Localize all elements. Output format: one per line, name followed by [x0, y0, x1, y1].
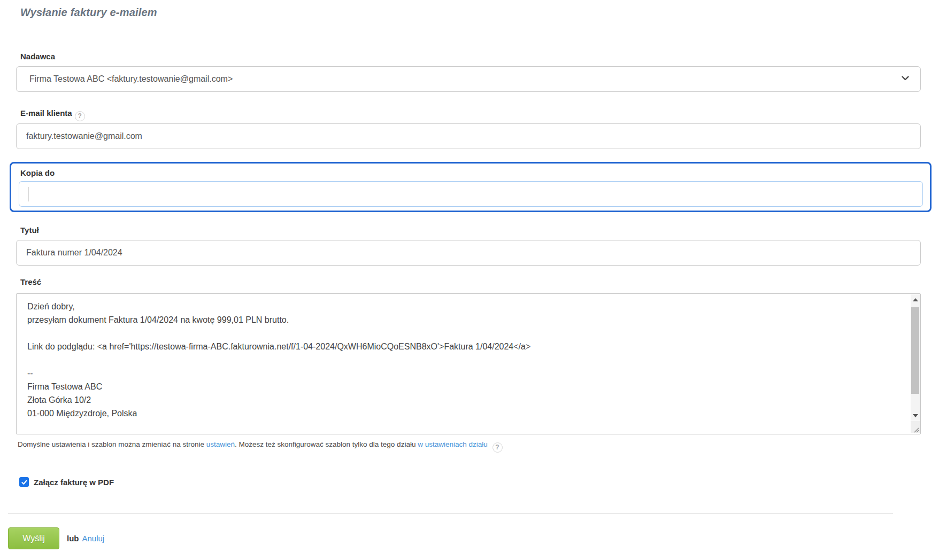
- cancel-link[interactable]: Anuluj: [82, 534, 105, 543]
- scroll-up-icon[interactable]: [911, 294, 920, 305]
- help-icon[interactable]: ?: [492, 442, 503, 453]
- sender-select[interactable]: Firma Testowa ABC <faktury.testowanie@gm…: [16, 66, 921, 92]
- resize-grip-icon[interactable]: [911, 421, 920, 433]
- checkmark-icon: [21, 479, 28, 486]
- sender-label: Nadawca: [20, 52, 55, 61]
- cc-field-group: Kopia do: [10, 162, 932, 212]
- body-label: Treść: [20, 277, 41, 286]
- chevron-down-icon: [901, 74, 910, 84]
- cc-label: Kopia do: [20, 168, 55, 177]
- client-email-label: E-mail klienta: [20, 108, 72, 118]
- cc-input[interactable]: [19, 181, 923, 207]
- subject-input[interactable]: [16, 240, 921, 266]
- sender-selected-value: Firma Testowa ABC <faktury.testowanie@gm…: [26, 74, 901, 84]
- note-text-3: [488, 440, 490, 448]
- subject-label: Tytuł: [20, 225, 39, 235]
- scrollbar-thumb[interactable]: [911, 307, 919, 394]
- attach-pdf-checkbox[interactable]: [19, 477, 29, 487]
- settings-link[interactable]: ustawień: [206, 440, 235, 448]
- attach-pdf-row: Załącz fakturę w PDF: [19, 477, 114, 487]
- note-text-1: Domyślne ustawienia i szablon można zmie…: [18, 440, 206, 448]
- settings-note: Domyślne ustawienia i szablon można zmie…: [18, 440, 503, 453]
- page-title: Wysłanie faktury e-mailem: [20, 6, 157, 19]
- textarea-scrollbar[interactable]: [911, 294, 920, 421]
- help-icon[interactable]: ?: [75, 111, 85, 121]
- send-button[interactable]: Wyślij: [8, 527, 59, 549]
- scroll-down-icon[interactable]: [911, 410, 920, 421]
- department-settings-link[interactable]: w ustawieniach działu: [418, 440, 488, 448]
- client-email-label-row: E-mail klienta?: [20, 108, 85, 121]
- divider: [8, 513, 893, 514]
- client-email-input[interactable]: [16, 123, 921, 149]
- note-text-2: . Możesz też skonfigurować szablon tylko…: [235, 440, 418, 448]
- email-body-text: Dzień dobry, przesyłam dokument Faktura …: [17, 294, 910, 433]
- attach-pdf-label: Załącz fakturę w PDF: [34, 478, 114, 487]
- form-actions: Wyślij lub Anuluj: [8, 527, 104, 549]
- text-cursor: [28, 187, 28, 201]
- or-label: lub: [67, 534, 79, 543]
- email-body-textarea[interactable]: Dzień dobry, przesyłam dokument Faktura …: [16, 293, 921, 434]
